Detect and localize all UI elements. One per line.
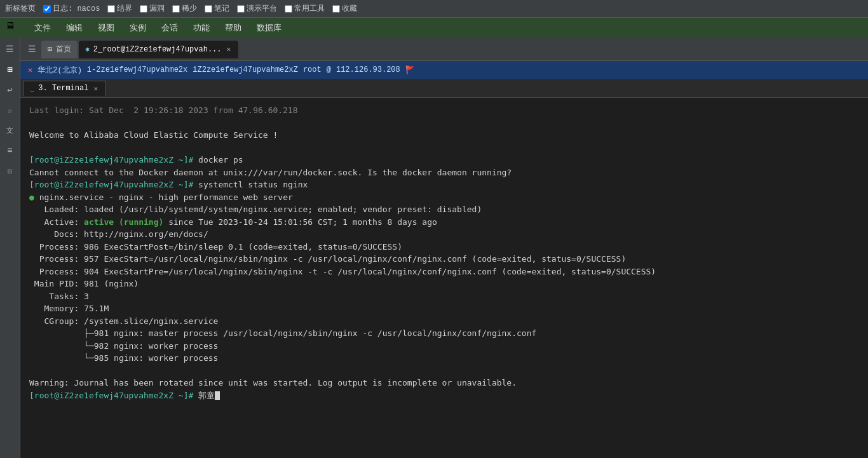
sidebar-grid-icon[interactable]: ⊡ <box>2 163 18 179</box>
tools-checkbox[interactable]: 常用工具 <box>285 3 325 14</box>
sidebar-back-icon[interactable]: ↩ <box>2 81 18 98</box>
rare-checkbox[interactable]: 稀少 <box>172 3 197 14</box>
sidebar-list-icon[interactable]: ≡ <box>2 142 18 159</box>
server-instance-name: iZ2ze1efewj47upvahme2xZ <box>193 65 298 74</box>
tabbar: ☰ ⊞ 首页 ✱ 2_root@iZ2ze1efewj47upvah... ✕ <box>20 38 868 61</box>
notes-checkbox[interactable]: 笔记 <box>205 3 229 14</box>
menu-help[interactable]: 帮助 <box>219 20 248 36</box>
menubar: 🖥 文件 编辑 视图 实例 会话 功能 帮助 数据库 <box>0 18 868 38</box>
tab-home-label: 首页 <box>56 44 71 55</box>
terminal-tab-3[interactable]: _ 3. Terminal ✕ <box>23 81 106 96</box>
server-close-icon[interactable]: ✕ <box>28 65 32 75</box>
main-content: ☰ ⊞ 首页 ✱ 2_root@iZ2ze1efewj47upvah... ✕ … <box>20 38 868 458</box>
sidebar-star-icon[interactable]: ☆ <box>2 102 18 118</box>
sidebar-menu-icon[interactable]: ☰ <box>2 41 18 57</box>
menu-file[interactable]: 文件 <box>28 20 57 36</box>
server-flag-icon: 🚩 <box>405 65 415 75</box>
left-sidebar: ☰ ⊞ ↩ ☆ 文 ≡ ⊡ <box>0 38 20 458</box>
tab-terminal[interactable]: ✱ 2_root@iZ2ze1efewj47upvah... ✕ <box>79 41 238 58</box>
top-toolbar: 新标签页 日志: nacos 结界 漏洞 稀少 笔记 演示平台 常用工具 收藏 <box>0 0 868 18</box>
menu-session[interactable]: 会话 <box>155 20 184 36</box>
terminal-output: Last login: Sat Dec 2 19:26:18 2023 from… <box>29 104 859 401</box>
server-user: root <box>303 65 322 74</box>
menu-function[interactable]: 功能 <box>187 20 216 36</box>
app-logo: 🖥 <box>5 20 20 36</box>
tab-home-icon: ⊞ <box>48 44 52 54</box>
terminal-tab-label: 3. Terminal <box>38 84 88 93</box>
tab-terminal-close[interactable]: ✕ <box>226 45 233 53</box>
tab-terminal-label: 2_root@iZ2ze1efewj47upvah... <box>93 45 222 54</box>
server-instance-id: i-2ze1efewj47upvahme2x <box>87 65 187 74</box>
vuln-checkbox[interactable]: 漏洞 <box>140 3 165 14</box>
log-checkbox[interactable]: 日志: nacos <box>43 3 100 14</box>
server-ip: @ <box>327 65 331 74</box>
tab-home[interactable]: ⊞ 首页 <box>41 41 78 58</box>
tab-list-icon[interactable]: ☰ <box>23 41 41 57</box>
server-ip-value: 112.126.93.208 <box>336 65 400 74</box>
boundary-checkbox[interactable]: 结界 <box>107 3 132 14</box>
menu-edit[interactable]: 编辑 <box>60 20 89 36</box>
fav-checkbox[interactable]: 收藏 <box>332 3 357 14</box>
server-region: 华北2(北京) <box>37 65 82 76</box>
main-layout: ☰ ⊞ ↩ ☆ 文 ≡ ⊡ ☰ ⊞ 首页 ✱ 2_root@iZ2ze1efew… <box>0 38 868 458</box>
terminal-tab-icon: _ <box>30 84 34 93</box>
server-bar: ✕ 华北2(北京) i-2ze1efewj47upvahme2x iZ2ze1e… <box>20 61 868 79</box>
terminal-tab-close[interactable]: ✕ <box>92 84 99 93</box>
demo-checkbox[interactable]: 演示平台 <box>237 3 277 14</box>
menu-database[interactable]: 数据库 <box>250 20 288 36</box>
new-tab-btn[interactable]: 新标签页 <box>5 3 36 14</box>
terminal-tabbar: _ 3. Terminal ✕ <box>20 79 868 98</box>
tab-terminal-icon: ✱ <box>85 45 90 53</box>
sidebar-home-icon[interactable]: ⊞ <box>2 61 18 77</box>
sidebar-text-icon[interactable]: 文 <box>2 122 18 138</box>
menu-instance[interactable]: 实例 <box>123 20 153 36</box>
terminal[interactable]: Last login: Sat Dec 2 19:26:18 2023 from… <box>20 98 868 458</box>
menu-view[interactable]: 视图 <box>92 20 121 36</box>
